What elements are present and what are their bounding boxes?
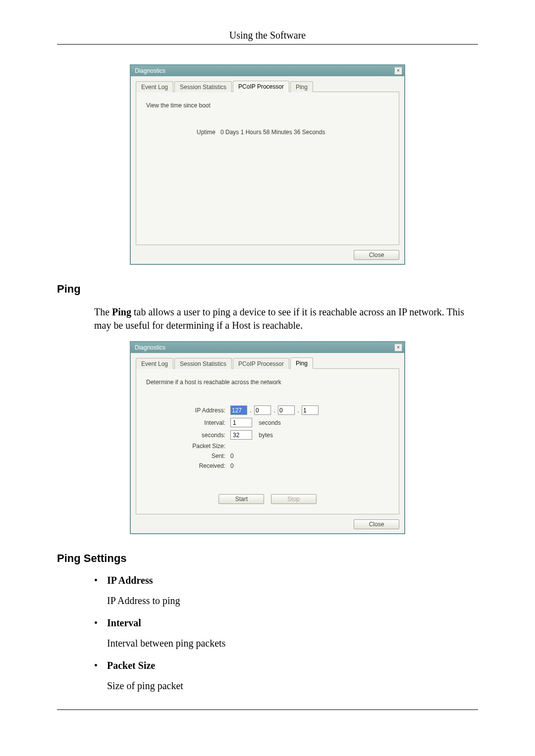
settings-list: IP Address IP Address to ping Interval I…: [94, 575, 478, 692]
sent-value: 0: [230, 453, 234, 459]
list-item-desc: Interval between ping packets: [107, 638, 478, 649]
ip-octet-1[interactable]: [230, 405, 247, 415]
tab-ping[interactable]: Ping: [290, 357, 313, 369]
diagnostics-dialog-ping: Diagnostics × Event Log Session Statisti…: [130, 341, 405, 534]
ip-octet-4[interactable]: [302, 405, 319, 415]
ip-octet-3[interactable]: [278, 405, 295, 415]
ping-buttons: Start Stop: [146, 494, 389, 504]
panel-description: View the time since boot: [146, 102, 389, 109]
figure-ping: Diagnostics × Event Log Session Statisti…: [57, 341, 478, 534]
tab-pcoip-processor[interactable]: PCoIP Processor: [233, 358, 289, 369]
dialog-title: Diagnostics: [135, 67, 165, 74]
tab-event-log[interactable]: Event Log: [136, 358, 173, 369]
section-heading-ping-settings: Ping Settings: [57, 552, 478, 565]
interval-input[interactable]: [230, 418, 252, 427]
dialog-titlebar: Diagnostics ×: [131, 342, 404, 353]
ip-dot: .: [273, 407, 275, 414]
ip-dot: .: [297, 407, 299, 414]
seconds-input[interactable]: [230, 430, 252, 440]
uptime-label: Uptime: [146, 129, 220, 136]
tab-session-statistics[interactable]: Session Statistics: [174, 358, 232, 369]
sent-label: Sent:: [146, 453, 230, 459]
packet-size-label: Packet Size:: [146, 443, 230, 450]
list-item: Packet Size Size of ping packet: [94, 660, 478, 692]
ip-address-label: IP Address:: [146, 407, 230, 414]
close-icon[interactable]: ×: [394, 67, 402, 75]
interval-label: Interval:: [146, 419, 230, 426]
dialog-footer: Close: [131, 517, 404, 533]
seconds-unit: bytes: [259, 432, 273, 439]
ping-paragraph: The Ping tab allows a user to ping a dev…: [94, 305, 478, 332]
ip-address-value: . . .: [230, 405, 319, 415]
figure-pcoip-processor: Diagnostics × Event Log Session Statisti…: [57, 64, 478, 265]
list-item-desc: IP Address to ping: [107, 595, 478, 606]
dialog-titlebar: Diagnostics ×: [131, 65, 404, 76]
tab-panel: Determine if a host is reachable across …: [136, 368, 399, 514]
close-icon[interactable]: ×: [394, 344, 402, 352]
stop-button: Stop: [271, 494, 317, 504]
page-title: Using the Software: [57, 30, 478, 45]
list-item-head: IP Address: [107, 575, 153, 586]
tab-session-statistics[interactable]: Session Statistics: [174, 81, 232, 92]
tab-panel: View the time since boot Uptime 0 Days 1…: [136, 92, 399, 245]
ip-octet-2[interactable]: [254, 405, 271, 415]
dialog-footer: Close: [131, 248, 404, 264]
panel-description: Determine if a host is reachable across …: [146, 379, 389, 386]
close-button[interactable]: Close: [354, 250, 399, 260]
received-label: Received:: [146, 462, 230, 469]
interval-unit: seconds: [259, 419, 281, 426]
start-button[interactable]: Start: [218, 494, 264, 504]
tab-pcoip-processor[interactable]: PCoIP Processor: [233, 81, 289, 92]
list-item: IP Address IP Address to ping: [94, 575, 478, 606]
dialog-title: Diagnostics: [135, 344, 165, 351]
ip-dot: .: [250, 407, 251, 414]
list-item: Interval Interval between ping packets: [94, 617, 478, 649]
tabs-row: Event Log Session Statistics PCoIP Proce…: [131, 353, 404, 368]
list-item-desc: Size of ping packet: [107, 680, 478, 692]
seconds-label: seconds:: [146, 432, 230, 439]
diagnostics-dialog: Diagnostics × Event Log Session Statisti…: [130, 64, 405, 265]
received-value: 0: [230, 462, 234, 469]
tabs-row: Event Log Session Statistics PCoIP Proce…: [131, 76, 404, 92]
list-item-head: Packet Size: [107, 660, 155, 671]
list-item-head: Interval: [107, 617, 141, 628]
tab-ping[interactable]: Ping: [290, 81, 313, 92]
close-button[interactable]: Close: [354, 519, 399, 529]
section-heading-ping: Ping: [57, 283, 478, 296]
page-footer-rule: [57, 709, 478, 715]
tab-event-log[interactable]: Event Log: [136, 81, 173, 92]
uptime-value: 0 Days 1 Hours 58 Minutes 36 Seconds: [220, 129, 325, 136]
